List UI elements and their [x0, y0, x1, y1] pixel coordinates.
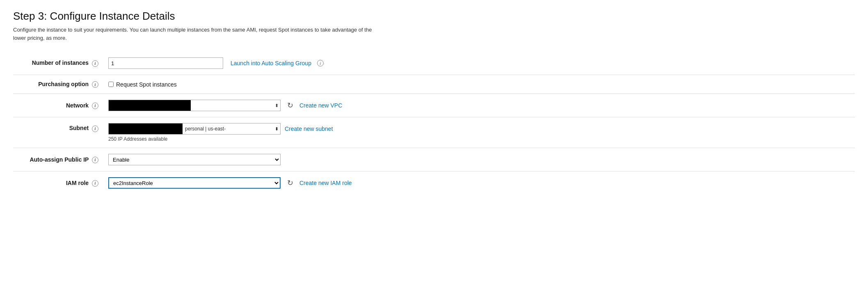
auto-assign-public-ip-info-icon[interactable]: i — [92, 157, 98, 163]
launch-asg-info-icon[interactable]: i — [317, 60, 324, 66]
iam-role-select[interactable]: ec2InstanceRole None — [108, 177, 281, 189]
subnet-info-icon[interactable]: i — [92, 126, 98, 132]
auto-assign-public-ip-control: Enable Disable Use subnet setting — [108, 154, 850, 165]
auto-assign-public-ip-row: Auto-assign Public IP i Enable Disable U… — [13, 148, 855, 171]
purchasing-option-label: Purchasing option — [38, 81, 89, 87]
create-new-vpc-link[interactable]: Create new VPC — [299, 102, 342, 109]
number-of-instances-row: Number of instances i Launch into Auto S… — [13, 52, 855, 75]
iam-role-label: IAM role — [66, 180, 89, 186]
page-description: Configure the instance to suit your requ… — [13, 26, 382, 42]
subnet-select[interactable]: personal | us-east- ⬍ — [108, 123, 281, 135]
network-refresh-icon[interactable]: ↻ — [285, 100, 295, 111]
request-spot-instances-checkbox[interactable] — [108, 82, 114, 87]
network-control: ⬍ ↻ Create new VPC — [108, 100, 850, 111]
launch-into-asg-link[interactable]: Launch into Auto Scaling Group — [231, 60, 311, 66]
page-title: Step 3: Configure Instance Details — [13, 10, 855, 23]
number-of-instances-info-icon[interactable]: i — [92, 60, 98, 67]
iam-role-control: ec2InstanceRole None ↻ Create new IAM ro… — [108, 177, 850, 189]
configure-instance-form: Number of instances i Launch into Auto S… — [13, 52, 855, 194]
auto-assign-public-ip-label: Auto-assign Public IP — [30, 156, 89, 163]
subnet-text: personal | us-east- — [183, 126, 275, 132]
iam-role-info-icon[interactable]: i — [92, 180, 98, 187]
number-of-instances-input[interactable] — [108, 57, 223, 69]
subnet-dropdown-arrow: ⬍ — [275, 126, 280, 132]
create-new-subnet-link[interactable]: Create new subnet — [285, 126, 333, 132]
network-label: Network — [66, 102, 89, 109]
number-of-instances-control: Launch into Auto Scaling Group i — [108, 57, 850, 69]
subnet-label: Subnet — [69, 125, 89, 131]
purchasing-option-row: Purchasing option i Request Spot instanc… — [13, 75, 855, 94]
number-of-instances-label: Number of instances — [32, 59, 89, 66]
subnet-wrapper: personal | us-east- ⬍ Create new subnet … — [108, 123, 333, 142]
auto-assign-public-ip-select[interactable]: Enable Disable Use subnet setting — [108, 154, 281, 165]
purchasing-option-control: Request Spot instances — [108, 81, 850, 88]
network-row: Network i ⬍ ↻ Create new VPC — [13, 94, 855, 117]
subnet-ip-available: 250 IP Addresses available — [108, 136, 333, 142]
purchasing-option-info-icon[interactable]: i — [92, 81, 98, 88]
subnet-control: personal | us-east- ⬍ Create new subnet … — [108, 123, 850, 142]
iam-role-row: IAM role i ec2InstanceRole None ↻ Create… — [13, 171, 855, 195]
network-dropdown-arrow: ⬍ — [275, 103, 279, 108]
subnet-top: personal | us-east- ⬍ Create new subnet — [108, 123, 333, 135]
network-select[interactable]: ⬍ — [108, 100, 281, 111]
iam-role-refresh-icon[interactable]: ↻ — [285, 178, 295, 188]
request-spot-instances-label: Request Spot instances — [116, 81, 177, 88]
create-new-iam-role-link[interactable]: Create new IAM role — [299, 180, 352, 186]
network-info-icon[interactable]: i — [92, 103, 98, 109]
subnet-row: Subnet i personal | us-east- ⬍ C — [13, 117, 855, 148]
